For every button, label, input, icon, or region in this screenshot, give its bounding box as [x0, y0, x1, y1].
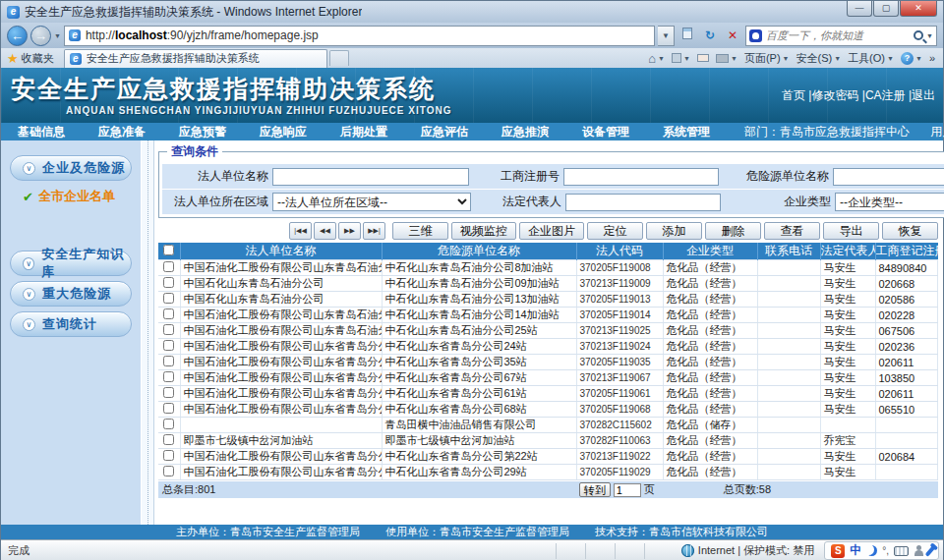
toolbar-button-8[interactable]: 恢复	[882, 222, 938, 240]
header-link-2[interactable]: CA注册	[865, 88, 906, 102]
row-checkbox[interactable]	[163, 371, 174, 382]
refresh-button[interactable]: ↻	[700, 26, 720, 45]
regno-input[interactable]	[563, 168, 719, 186]
moon-icon[interactable]	[866, 545, 877, 556]
header-link-3[interactable]: 退出	[912, 88, 935, 102]
goto-page-input[interactable]	[614, 483, 641, 497]
pager-button-2[interactable]: ▶▶	[338, 222, 361, 240]
frame-splitter[interactable]	[141, 140, 154, 525]
row-checkbox[interactable]	[163, 450, 174, 461]
address-input[interactable]: e http://localhost:90/yjzh/frame/homepag…	[64, 26, 655, 46]
toolbar-button-1[interactable]: 视频监控	[451, 222, 516, 240]
punctuation-icon[interactable]: °,	[882, 545, 889, 556]
sidebar-item-city-enterprise-list[interactable]: ✔全市企业名单	[23, 188, 141, 205]
row-checkbox[interactable]	[163, 434, 174, 445]
table-cell: 中国石油化工股份有限公司山东省青岛分公司	[180, 465, 382, 480]
page-menu[interactable]: 页面(P)▼	[744, 51, 790, 66]
table-cell: 马安生	[820, 308, 875, 323]
column-header-6[interactable]: 工商登记注册号	[875, 243, 938, 260]
pager-button-1[interactable]: ◀◀	[314, 222, 336, 240]
goto-button[interactable]: 转到	[579, 482, 611, 497]
minimize-button[interactable]: —	[847, 1, 872, 17]
search-icon[interactable]	[914, 30, 923, 40]
read-mail-button[interactable]	[697, 54, 709, 62]
corp-type-select[interactable]: --企业类型--	[835, 193, 944, 211]
row-checkbox[interactable]	[163, 293, 174, 304]
forward-button[interactable]: →	[30, 26, 51, 46]
row-checkbox[interactable]	[163, 356, 174, 366]
select-all-checkbox[interactable]	[163, 245, 174, 255]
corp-name-input[interactable]	[272, 168, 469, 186]
row-checkbox[interactable]	[163, 277, 174, 288]
tools-menu[interactable]: 工具(O)▼	[848, 51, 894, 66]
column-header-5[interactable]: 法定代表人	[820, 243, 875, 260]
column-header-0[interactable]: 法人单位名称	[180, 243, 382, 260]
address-dropdown-button[interactable]: ▼	[658, 26, 675, 46]
toolbar-button-2[interactable]: 企业图片	[519, 222, 584, 240]
sidebar-group-query-stats[interactable]: 查询统计	[10, 311, 132, 337]
safety-menu[interactable]: 安全(S)▼	[796, 51, 842, 66]
region-select[interactable]: --法人单位所在区域--	[272, 193, 471, 211]
column-header-1[interactable]: 危险源单位名称	[382, 243, 576, 260]
compatibility-view-button[interactable]	[678, 26, 697, 45]
nav-item-7[interactable]: 设备管理	[565, 124, 646, 140]
row-checkbox[interactable]	[163, 340, 174, 351]
column-header-2[interactable]: 法人代码	[576, 243, 663, 260]
chinese-mode-icon[interactable]: 中	[850, 542, 861, 559]
sidebar-group-enterprise-hazard[interactable]: 企业及危险源	[10, 155, 132, 181]
row-checkbox[interactable]	[163, 261, 174, 272]
toolbar-button-3[interactable]: 定位	[587, 222, 643, 240]
pager-button-0[interactable]: |◀◀	[289, 222, 312, 240]
table-cell: 马安生	[820, 370, 875, 386]
browser-tab[interactable]: e 安全生产应急救援指挥辅助决策系统	[64, 49, 327, 68]
column-header-4[interactable]: 联系电话	[757, 243, 820, 260]
nav-item-1[interactable]: 应急准备	[82, 124, 162, 140]
sidebar-group-major-hazard[interactable]: 重大危险源	[10, 281, 132, 307]
pager-button-3[interactable]: ▶▶|	[363, 222, 385, 240]
header-link-1[interactable]: 修改密码	[811, 88, 858, 102]
row-checkbox[interactable]	[163, 308, 174, 319]
new-tab-button[interactable]	[329, 50, 349, 66]
row-checkbox[interactable]	[163, 403, 174, 414]
keyboard-icon[interactable]	[894, 546, 909, 556]
favorites-star-icon[interactable]: ★	[7, 51, 19, 66]
feeds-button[interactable]: ▼	[672, 53, 690, 63]
maximize-button[interactable]: ▢	[873, 1, 899, 17]
row-checkbox[interactable]	[163, 419, 174, 429]
toolbar-button-6[interactable]: 查看	[764, 222, 820, 240]
print-button[interactable]: ▼	[716, 54, 738, 63]
wrench-icon[interactable]	[925, 545, 936, 557]
toolbar-button-0[interactable]: 三维	[392, 222, 448, 240]
nav-item-6[interactable]: 应急推演	[485, 124, 565, 140]
toolbar-button-4[interactable]: 添加	[646, 222, 702, 240]
legal-rep-input[interactable]	[565, 194, 721, 211]
hazard-name-input[interactable]	[833, 168, 944, 186]
nav-item-0[interactable]: 基础信息	[1, 124, 82, 140]
back-button[interactable]: ←	[7, 26, 28, 46]
nav-item-4[interactable]: 后期处置	[324, 124, 404, 140]
sogou-logo-icon[interactable]: S	[831, 544, 845, 558]
favorites-label[interactable]: 收藏夹	[22, 51, 54, 66]
search-input[interactable]	[766, 29, 911, 41]
history-dropdown-icon[interactable]: ▼	[54, 32, 61, 39]
person-icon[interactable]	[914, 545, 923, 556]
row-checkbox[interactable]	[163, 466, 174, 476]
search-dropdown-icon[interactable]: ▼	[926, 32, 933, 39]
close-button[interactable]: ✕	[900, 1, 937, 17]
home-button[interactable]: ⌂▼	[648, 51, 665, 66]
row-checkbox[interactable]	[163, 324, 174, 335]
header-link-0[interactable]: 首页	[782, 88, 805, 102]
nav-item-5[interactable]: 应急评估	[404, 124, 485, 140]
table-cell	[757, 418, 820, 433]
column-header-3[interactable]: 企业类型	[663, 243, 757, 260]
nav-item-2[interactable]: 应急预警	[162, 124, 243, 140]
sidebar-group-knowledge-base[interactable]: 安全生产知识库	[10, 251, 132, 276]
row-checkbox[interactable]	[163, 387, 174, 398]
toolbar-button-7[interactable]: 导出	[823, 222, 879, 240]
toolbar-button-5[interactable]: 删除	[705, 222, 761, 240]
nav-item-3[interactable]: 应急响应	[243, 124, 324, 140]
help-menu[interactable]: ?▼	[901, 52, 922, 65]
stop-button[interactable]: ✕	[723, 26, 742, 45]
more-commands-chevron[interactable]: »	[929, 52, 935, 64]
nav-item-8[interactable]: 系统管理	[646, 124, 727, 140]
